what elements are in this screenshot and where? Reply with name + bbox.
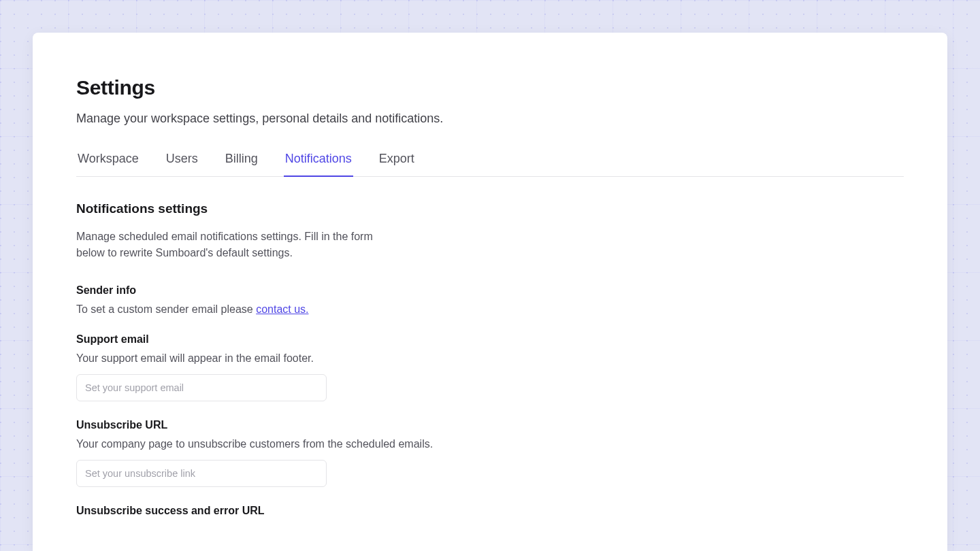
settings-tabs: Workspace Users Billing Notifications Ex… — [76, 148, 904, 177]
support-email-help: Your support email will appear in the em… — [76, 352, 904, 365]
tab-workspace[interactable]: Workspace — [76, 148, 140, 177]
contact-us-link[interactable]: contact us. — [256, 303, 308, 315]
notifications-section-desc: Manage scheduled email notifications set… — [76, 229, 376, 261]
unsubscribe-url-label: Unsubscribe URL — [76, 419, 904, 431]
page-title: Settings — [76, 76, 904, 99]
support-email-label: Support email — [76, 333, 904, 346]
unsubscribe-result-block: Unsubscribe success and error URL — [76, 505, 904, 517]
unsubscribe-url-input[interactable] — [76, 460, 327, 487]
tab-export[interactable]: Export — [378, 148, 416, 177]
sender-info-help: To set a custom sender email please cont… — [76, 303, 904, 316]
support-email-input[interactable] — [76, 374, 327, 401]
page-subtitle: Manage your workspace settings, personal… — [76, 112, 904, 126]
settings-card: Settings Manage your workspace settings,… — [33, 33, 947, 551]
sender-info-label: Sender info — [76, 284, 904, 297]
sender-info-block: Sender info To set a custom sender email… — [76, 284, 904, 316]
unsubscribe-url-help: Your company page to unsubscribe custome… — [76, 438, 904, 450]
sender-info-help-text: To set a custom sender email please — [76, 303, 256, 315]
unsubscribe-url-block: Unsubscribe URL Your company page to uns… — [76, 419, 904, 487]
tab-billing[interactable]: Billing — [224, 148, 259, 177]
tab-users[interactable]: Users — [165, 148, 199, 177]
unsubscribe-result-label: Unsubscribe success and error URL — [76, 505, 904, 517]
notifications-section-title: Notifications settings — [76, 201, 904, 216]
support-email-block: Support email Your support email will ap… — [76, 333, 904, 401]
tab-notifications[interactable]: Notifications — [284, 148, 353, 177]
